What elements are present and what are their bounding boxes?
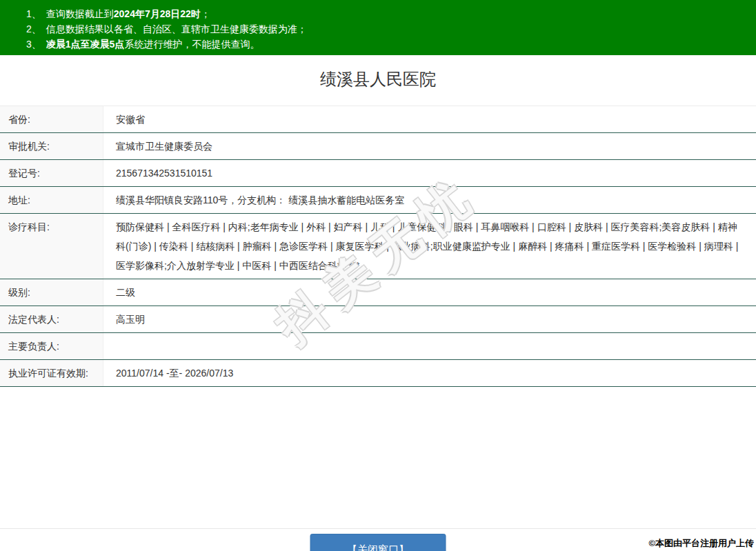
copyright-text: ©本图由平台注册用户上传: [648, 537, 754, 550]
level-value: 二级: [103, 279, 756, 305]
row-approval-authority: 审批机关: 宣城市卫生健康委员会: [0, 133, 756, 160]
notice-line-2: 2、信息数据结果以各省、自治区、直辖市卫生健康委数据为准；: [26, 21, 756, 37]
notice-line-3-number: 3、: [26, 39, 41, 50]
row-address: 地址: 绩溪县华阳镇良安路110号，分支机构： 绩溪县抽水蓄能电站医务室: [0, 187, 756, 214]
notice-line-2-number: 2、: [26, 23, 41, 34]
principal-label: 主要负责人:: [0, 333, 103, 359]
province-label: 省份:: [0, 106, 103, 132]
row-license-validity: 执业许可证有效期: 2011/07/14 -至- 2026/07/13: [0, 360, 756, 387]
legal-representative-label: 法定代表人:: [0, 306, 103, 332]
license-validity-label: 执业许可证有效期:: [0, 360, 103, 386]
notice-line-2-text: 信息数据结果以各省、自治区、直辖市卫生健康委数据为准；: [46, 23, 307, 34]
principal-value: [103, 333, 756, 359]
level-label: 级别:: [0, 279, 103, 305]
legal-representative-value: 高玉明: [103, 306, 756, 332]
page-title: 绩溪县人民医院: [0, 68, 756, 90]
registration-number-value: 215671342531510151: [103, 160, 756, 186]
footer-divider: [0, 528, 756, 529]
departments-label: 诊疗科目:: [0, 214, 103, 279]
row-province: 省份: 安徽省: [0, 106, 756, 133]
close-window-button[interactable]: 【关闭窗口】: [310, 534, 446, 551]
registration-number-label: 登记号:: [0, 160, 103, 186]
departments-value: 预防保健科 | 全科医疗科 | 内科;老年病专业 | 外科 | 妇产科 | 儿科…: [103, 214, 756, 279]
row-legal-representative: 法定代表人: 高玉明: [0, 306, 756, 333]
hospital-info-table: 省份: 安徽省 审批机关: 宣城市卫生健康委员会 登记号: 2156713425…: [0, 106, 756, 387]
notice-line-3: 3、凌晨1点至凌晨5点系统进行维护，不能提供查询。: [26, 37, 756, 52]
approval-authority-label: 审批机关:: [0, 133, 103, 159]
province-value: 安徽省: [103, 106, 756, 132]
row-principal: 主要负责人:: [0, 333, 756, 360]
notice-line-3-post: 系统进行维护，不能提供查询。: [124, 39, 259, 50]
row-level: 级别: 二级: [0, 279, 756, 306]
row-departments: 诊疗科目: 预防保健科 | 全科医疗科 | 内科;老年病专业 | 外科 | 妇产…: [0, 214, 756, 279]
approval-authority-value: 宣城市卫生健康委员会: [103, 133, 756, 159]
notice-banner: 1、查询数据截止到2024年7月28日22时； 2、信息数据结果以各省、自治区、…: [0, 0, 756, 55]
address-value: 绩溪县华阳镇良安路110号，分支机构： 绩溪县抽水蓄能电站医务室: [103, 187, 756, 213]
notice-line-1-number: 1、: [26, 8, 41, 19]
address-label: 地址:: [0, 187, 103, 213]
notice-line-1-text: 查询数据截止到: [46, 8, 114, 19]
license-validity-value: 2011/07/14 -至- 2026/07/13: [103, 360, 756, 386]
notice-line-3-bold: 凌晨1点至凌晨5点: [46, 39, 125, 50]
notice-line-1-bold: 2024年7月28日22时: [114, 8, 201, 19]
notice-line-1-post: ；: [201, 8, 210, 19]
row-registration-number: 登记号: 215671342531510151: [0, 160, 756, 187]
notice-line-1: 1、查询数据截止到2024年7月28日22时；: [26, 6, 756, 21]
